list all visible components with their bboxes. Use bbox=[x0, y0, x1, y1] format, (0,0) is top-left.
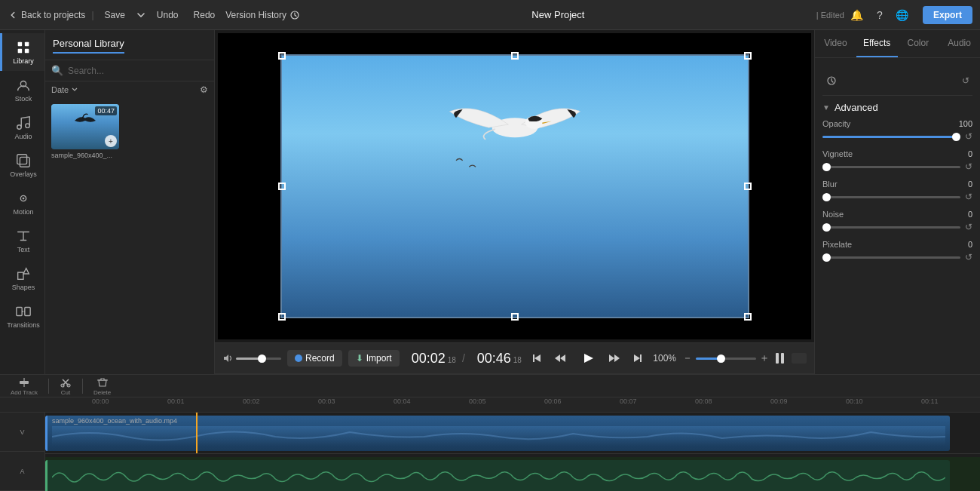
thumb-filename: sample_960x400_... bbox=[51, 152, 208, 159]
blur-slider[interactable] bbox=[822, 196, 960, 198]
transitions-icon bbox=[15, 303, 32, 320]
undo-button[interactable]: Undo bbox=[152, 8, 183, 22]
notifications-icon[interactable]: 🔔 bbox=[850, 8, 864, 22]
sidebar-item-text[interactable]: Text bbox=[0, 222, 44, 259]
controls-bar: Record ⬇ Import 00:02 18 / 00:46 18 bbox=[215, 342, 814, 374]
svg-rect-1 bbox=[18, 42, 23, 47]
vignette-reset-button[interactable]: ↺ bbox=[965, 161, 972, 172]
help-icon[interactable]: ? bbox=[873, 8, 887, 22]
back-label: Back to projects bbox=[21, 10, 85, 20]
skip-to-end-button[interactable] bbox=[630, 351, 644, 365]
blur-value: 0 bbox=[968, 180, 972, 189]
svg-rect-18 bbox=[533, 354, 534, 362]
video-clip[interactable]: sample_960x400_ocean_with_audio.mp4 bbox=[45, 416, 950, 451]
filter-icon[interactable]: ⚙ bbox=[200, 84, 208, 95]
pixelate-reset-button[interactable]: ↺ bbox=[965, 252, 972, 262]
current-frames: 18 bbox=[448, 356, 456, 364]
personal-library-tab[interactable]: Personal Library bbox=[53, 38, 124, 54]
zoom-slider[interactable] bbox=[696, 358, 756, 360]
preview-area: Record ⬇ Import 00:02 18 / 00:46 18 bbox=[215, 30, 814, 374]
cut-button[interactable]: Cut bbox=[55, 376, 76, 396]
audio-clip[interactable] bbox=[45, 460, 950, 491]
redo-button[interactable]: Redo bbox=[189, 8, 220, 22]
ruler-mark-3: 00:03 bbox=[318, 397, 335, 405]
blur-reset-button[interactable]: ↺ bbox=[965, 192, 972, 202]
pixelate-slider[interactable] bbox=[822, 256, 960, 259]
audio-track-label: A bbox=[0, 452, 44, 491]
noise-slider[interactable] bbox=[822, 226, 960, 229]
rewind-button[interactable] bbox=[553, 351, 567, 365]
delete-button[interactable]: Delete bbox=[89, 376, 115, 396]
skip-to-start-button[interactable] bbox=[531, 351, 544, 365]
handle-top-left[interactable] bbox=[278, 52, 286, 60]
fast-forward-button[interactable] bbox=[608, 351, 621, 365]
search-input[interactable] bbox=[68, 66, 208, 76]
import-button[interactable]: ⬇ Import bbox=[348, 350, 400, 367]
thumb-add-button[interactable]: + bbox=[105, 135, 117, 147]
opacity-row: Opacity 100 ↺ bbox=[822, 119, 972, 142]
opacity-value: 100 bbox=[959, 119, 972, 128]
language-icon[interactable]: 🌐 bbox=[896, 8, 909, 22]
add-track-icon bbox=[18, 376, 30, 388]
export-button[interactable]: Export bbox=[923, 6, 972, 24]
reset-top-button[interactable]: ↺ bbox=[962, 75, 969, 86]
left-sidebar: Library Stock Audio Overlays Motion Text… bbox=[0, 30, 45, 374]
topbar-icons: 🔔 ? 🌐 bbox=[850, 8, 909, 22]
opacity-label: Opacity bbox=[822, 119, 850, 128]
play-button[interactable] bbox=[576, 347, 599, 370]
zoom-in-button[interactable]: ＋ bbox=[759, 351, 770, 365]
sidebar-item-motion[interactable]: Motion bbox=[0, 184, 44, 222]
sidebar-item-shapes[interactable]: Shapes bbox=[0, 259, 44, 297]
svg-point-11 bbox=[23, 198, 25, 200]
sidebar-transitions-label: Transitions bbox=[7, 321, 40, 329]
record-button[interactable]: Record bbox=[287, 350, 342, 367]
delete-icon bbox=[96, 376, 109, 388]
sidebar-overlays-label: Overlays bbox=[10, 170, 37, 178]
svg-rect-3 bbox=[18, 49, 23, 54]
tab-color[interactable]: Color bbox=[898, 30, 939, 57]
vignette-slider[interactable] bbox=[822, 166, 960, 168]
handle-bottom-center[interactable] bbox=[511, 313, 519, 321]
date-filter[interactable]: Date bbox=[51, 85, 78, 94]
svg-marker-13 bbox=[23, 269, 29, 274]
volume-slider[interactable] bbox=[236, 358, 281, 360]
overlays-icon bbox=[15, 152, 32, 169]
library-icon bbox=[15, 39, 32, 56]
opacity-slider[interactable] bbox=[822, 136, 960, 138]
timeline-toolbar: Add Track Cut Delete bbox=[0, 375, 980, 397]
thumb-duration: 00:47 bbox=[95, 106, 117, 115]
save-dropdown-icon[interactable] bbox=[136, 10, 146, 20]
media-panel-header: Personal Library bbox=[45, 30, 214, 60]
sidebar-item-stock[interactable]: Stock bbox=[0, 71, 44, 109]
play-icon bbox=[580, 351, 595, 366]
opacity-reset-button[interactable]: ↺ bbox=[965, 131, 972, 142]
add-track-button[interactable]: Add Track bbox=[6, 376, 42, 396]
skip-start-icon bbox=[531, 351, 544, 365]
sidebar-item-transitions[interactable]: Transitions bbox=[0, 297, 44, 335]
handle-bottom-left[interactable] bbox=[278, 313, 286, 321]
handle-mid-right[interactable] bbox=[744, 183, 752, 190]
advanced-toggle[interactable]: ▼ Advanced bbox=[822, 102, 972, 113]
import-icon: ⬇ bbox=[356, 353, 363, 364]
handle-bottom-right[interactable] bbox=[744, 313, 752, 321]
sidebar-item-library[interactable]: Library bbox=[0, 33, 44, 71]
playhead[interactable] bbox=[196, 413, 198, 453]
sidebar-item-overlays[interactable]: Overlays bbox=[0, 146, 44, 184]
version-history-button[interactable]: Version History bbox=[225, 10, 300, 20]
sidebar-item-audio[interactable]: Audio bbox=[0, 109, 44, 146]
handle-mid-left[interactable] bbox=[278, 183, 286, 190]
handle-top-right[interactable] bbox=[744, 52, 752, 60]
tab-video[interactable]: Video bbox=[815, 30, 856, 57]
svg-rect-9 bbox=[20, 157, 29, 167]
tab-audio-panel[interactable]: Audio bbox=[939, 30, 980, 57]
audio-sidebar-icon bbox=[15, 115, 32, 131]
date-chevron-icon bbox=[71, 86, 78, 94]
svg-rect-24 bbox=[52, 426, 945, 447]
zoom-out-button[interactable]: － bbox=[682, 351, 693, 365]
media-thumbnail[interactable]: 00:47 + sample_960x400_... bbox=[51, 104, 208, 159]
noise-reset-button[interactable]: ↺ bbox=[965, 222, 972, 232]
back-to-projects-button[interactable]: Back to projects bbox=[8, 10, 85, 20]
save-button[interactable]: Save bbox=[100, 8, 130, 22]
handle-top-center[interactable] bbox=[511, 52, 519, 60]
tab-effects[interactable]: Effects bbox=[856, 30, 898, 57]
